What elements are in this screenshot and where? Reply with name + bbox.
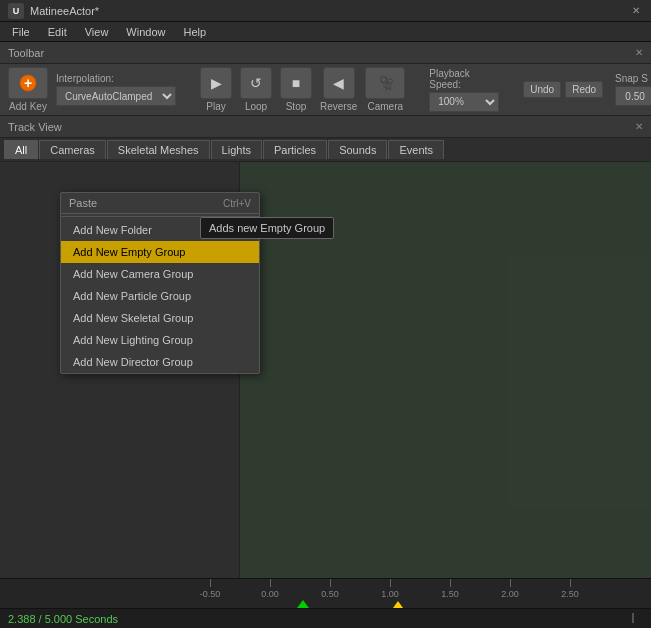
tick-label: 1.50 <box>441 589 459 599</box>
track-view-label: Track View <box>8 121 62 133</box>
tick-100: 1.00 <box>360 579 420 599</box>
tick-200: 2.00 <box>480 579 540 599</box>
menu-view[interactable]: View <box>77 24 117 40</box>
tab-sounds[interactable]: Sounds <box>328 140 387 159</box>
tick-label: 2.00 <box>501 589 519 599</box>
loop-button-group: ↺ Loop <box>240 67 272 112</box>
tick-line <box>570 579 571 587</box>
svg-text:+: + <box>24 75 32 91</box>
camera-button-group: 🎥 Camera <box>365 67 405 112</box>
menu-edit[interactable]: Edit <box>40 24 75 40</box>
tick-line <box>330 579 331 587</box>
tick-label: 2.50 <box>561 589 579 599</box>
menu-help[interactable]: Help <box>175 24 214 40</box>
main-toolbar: + Add Key Interpolation: CurveAutoClampe… <box>0 64 651 116</box>
stop-label: Stop <box>286 101 307 112</box>
tooltip-text: Adds new Empty Group <box>209 222 325 234</box>
toolbar-close-button[interactable]: ✕ <box>635 47 643 58</box>
tick-label: 1.00 <box>381 589 399 599</box>
snap-group: Snap S <box>615 73 651 106</box>
loop-button[interactable]: ↺ <box>240 67 272 99</box>
loop-label: Loop <box>245 101 267 112</box>
ctx-add-particle-group[interactable]: Add New Particle Group <box>61 285 259 307</box>
tab-particles[interactable]: Particles <box>263 140 327 159</box>
undo-redo-group: Undo Redo <box>523 81 603 98</box>
paste-shortcut: Ctrl+V <box>223 198 251 209</box>
tab-lights[interactable]: Lights <box>211 140 262 159</box>
interpolation-label: Interpolation: <box>56 73 176 84</box>
ctx-add-director-group[interactable]: Add New Director Group <box>61 351 259 373</box>
ctx-add-empty-group[interactable]: Add New Empty Group <box>61 241 259 263</box>
tab-cameras[interactable]: Cameras <box>39 140 106 159</box>
tick-250: 2.50 <box>540 579 600 599</box>
paste-label: Paste <box>69 197 97 209</box>
reverse-label: Reverse <box>320 101 357 112</box>
interpolation-group: Interpolation: CurveAutoClamped <box>56 73 176 106</box>
context-menu-header: Paste Ctrl+V <box>61 193 259 214</box>
tab-skeletal-meshes[interactable]: Skeletal Meshes <box>107 140 210 159</box>
add-key-button[interactable]: + <box>8 67 48 99</box>
tick-neg050: -0.50 <box>180 579 240 599</box>
timeline-bar[interactable]: -0.50 0.00 0.50 1.00 1.50 2.00 2.50 <box>0 578 651 608</box>
timeline-ticks: -0.50 0.00 0.50 1.00 1.50 2.00 2.50 <box>0 579 651 608</box>
playback-speed-label: Playback Speed: <box>429 68 499 90</box>
menu-file[interactable]: File <box>4 24 38 40</box>
left-panel: Paste Ctrl+V Add New Folder Add New Empt… <box>0 162 240 578</box>
tick-label: 0.00 <box>261 589 279 599</box>
toolbar-strip: Toolbar ✕ <box>0 42 651 64</box>
window-title: MatineeActor* <box>30 5 99 17</box>
ctx-add-camera-group[interactable]: Add New Camera Group <box>61 263 259 285</box>
toolbar-label: Toolbar <box>8 47 44 59</box>
status-time: 2.388 / 5.000 Seconds <box>8 613 118 625</box>
play-button[interactable]: ▶ <box>200 67 232 99</box>
play-button-group: ▶ Play <box>200 67 232 112</box>
track-view-close-button[interactable]: ✕ <box>635 121 643 132</box>
play-label: Play <box>206 101 225 112</box>
undo-button[interactable]: Undo <box>523 81 561 98</box>
add-key-label: Add Key <box>9 101 47 112</box>
track-view-strip: Track View ✕ <box>0 116 651 138</box>
playback-speed-select[interactable]: 100% <box>429 92 499 112</box>
tab-events[interactable]: Events <box>388 140 444 159</box>
content-area: Paste Ctrl+V Add New Folder Add New Empt… <box>0 162 651 578</box>
ctx-add-lighting-group[interactable]: Add New Lighting Group <box>61 329 259 351</box>
stop-button[interactable]: ■ <box>280 67 312 99</box>
title-bar: U MatineeActor* ✕ <box>0 0 651 22</box>
tick-label: -0.50 <box>200 589 221 599</box>
tick-150: 1.50 <box>420 579 480 599</box>
menu-window[interactable]: Window <box>118 24 173 40</box>
camera-button[interactable]: 🎥 <box>365 67 405 99</box>
tick-line <box>270 579 271 587</box>
menu-bar: File Edit View Window Help <box>0 22 651 42</box>
status-right <box>583 613 643 625</box>
tick-line <box>450 579 451 587</box>
app-icon: U <box>8 3 24 19</box>
add-key-group: + Add Key <box>8 67 48 112</box>
tick-000: 0.00 <box>240 579 300 599</box>
tick-050: 0.50 <box>300 579 360 599</box>
tab-all[interactable]: All <box>4 140 38 159</box>
close-button[interactable]: ✕ <box>629 4 643 18</box>
playback-speed-group: Playback Speed: 100% <box>429 68 499 112</box>
redo-button[interactable]: Redo <box>565 81 603 98</box>
tick-line <box>210 579 211 587</box>
start-marker <box>297 600 309 608</box>
end-marker <box>393 601 403 608</box>
tick-line <box>390 579 391 587</box>
stop-button-group: ■ Stop <box>280 67 312 112</box>
snap-label: Snap S <box>615 73 651 84</box>
ctx-add-skeletal-group[interactable]: Add New Skeletal Group <box>61 307 259 329</box>
status-bar: 2.388 / 5.000 Seconds <box>0 608 651 628</box>
reverse-button-group: ◀ Reverse <box>320 67 357 112</box>
snap-input[interactable] <box>615 86 651 106</box>
camera-label: Camera <box>367 101 403 112</box>
tooltip: Adds new Empty Group <box>200 217 334 239</box>
interpolation-select[interactable]: CurveAutoClamped <box>56 86 176 106</box>
tab-bar: All Cameras Skeletal Meshes Lights Parti… <box>0 138 651 162</box>
tick-label: 0.50 <box>321 589 339 599</box>
tick-line <box>510 579 511 587</box>
reverse-button[interactable]: ◀ <box>323 67 355 99</box>
